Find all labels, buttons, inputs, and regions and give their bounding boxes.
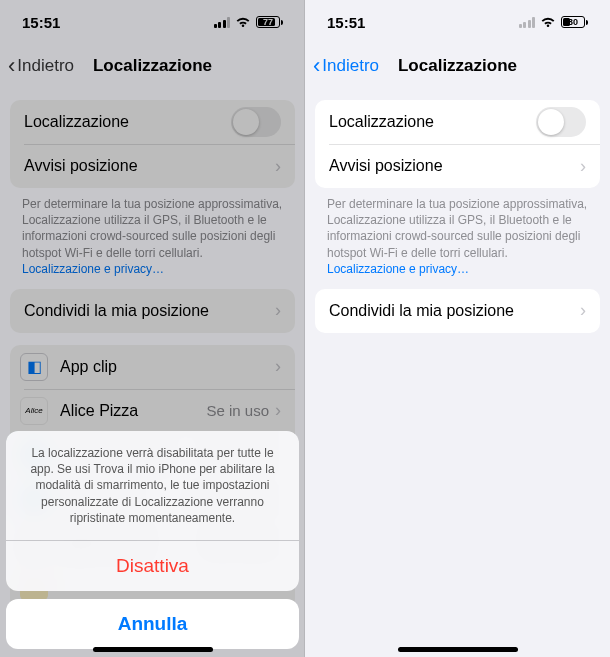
chevron-left-icon: ‹ — [313, 55, 320, 77]
back-label: Indietro — [322, 56, 379, 76]
footer-note: Per determinare la tua posizione appross… — [305, 188, 610, 277]
row-location-services[interactable]: Localizzazione — [315, 100, 600, 144]
phone-left: 15:51 77 ‹ Indietro Localizzazione Local… — [0, 0, 305, 657]
phone-right: 15:51 30 ‹ Indietro Localizzazione Local… — [305, 0, 610, 657]
group-share: Condividi la mia posizione › — [315, 289, 600, 333]
wifi-icon — [540, 14, 556, 30]
action-sheet: La localizzazione verrà disabilitata per… — [6, 431, 299, 649]
sheet-message: La localizzazione verrà disabilitata per… — [6, 431, 299, 541]
privacy-link[interactable]: Localizzazione e privacy… — [327, 262, 469, 276]
battery-icon: 30 — [561, 16, 588, 28]
row-share-location[interactable]: Condividi la mia posizione › — [315, 289, 600, 333]
chevron-right-icon: › — [580, 156, 586, 177]
back-button[interactable]: ‹ Indietro — [313, 55, 379, 77]
location-toggle[interactable] — [536, 107, 586, 137]
home-indicator[interactable] — [93, 647, 213, 652]
home-indicator[interactable] — [398, 647, 518, 652]
cellular-icon — [519, 16, 536, 28]
status-time: 15:51 — [327, 14, 365, 31]
chevron-right-icon: › — [580, 300, 586, 321]
cancel-button[interactable]: Annulla — [6, 599, 299, 649]
disable-button[interactable]: Disattiva — [6, 541, 299, 591]
page-title: Localizzazione — [398, 56, 517, 76]
nav-bar: ‹ Indietro Localizzazione — [305, 44, 610, 88]
status-bar: 15:51 30 — [305, 0, 610, 44]
group-location: Localizzazione Avvisi posizione › — [315, 100, 600, 188]
row-location-alerts[interactable]: Avvisi posizione › — [315, 144, 600, 188]
